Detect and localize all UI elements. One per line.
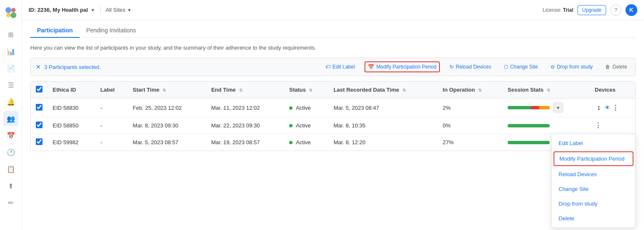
reload-devices-button[interactable]: ↻ Reload Devices (447, 62, 494, 72)
header-right: License: Trial Upgrade ? K (543, 4, 637, 16)
row1-end-time: Mar. 11, 2023 12:02 (206, 98, 284, 117)
edit-label-button[interactable]: 🏷 Edit Label (322, 62, 358, 72)
site-selector[interactable]: All Sites ▼ (106, 7, 132, 13)
sidebar-icon-users[interactable]: 👥 (3, 111, 19, 126)
sort-last-recorded-icon: ⇅ (402, 88, 406, 93)
row1-label: - (95, 98, 128, 117)
session-stats-dropdown[interactable]: ▼ (553, 103, 563, 113)
row3-end-time: Mar. 19, 2023 08:57 (206, 134, 284, 151)
avatar[interactable]: K (625, 4, 637, 16)
study-title: ID: 2236, My Health pal (29, 7, 88, 13)
help-button[interactable]: ? (610, 5, 621, 16)
study-selector[interactable]: ID: 2236, My Health pal ▼ (29, 7, 95, 13)
col-status[interactable]: Status ⇅ (284, 82, 328, 98)
tab-pending-invitations[interactable]: Pending Invitations (80, 24, 143, 38)
row3-checkbox-cell[interactable] (31, 134, 48, 151)
row2-in-operation: 0% (438, 117, 503, 134)
row1-last-recorded: Mar. 5, 2023 08:47 (328, 98, 437, 117)
upgrade-button[interactable]: Upgrade (577, 5, 606, 15)
modify-participation-period-button[interactable]: 📅 Modify Participation Period (365, 61, 440, 72)
sidebar-icon-upload[interactable]: ⬆ (3, 178, 19, 193)
progress-green (508, 124, 550, 127)
sidebar-icon-analytics[interactable]: 📊 (3, 44, 19, 59)
page-description: Here you can view the list of participan… (30, 45, 636, 51)
sidebar-icon-document[interactable]: 📄 (3, 61, 19, 76)
row3-last-recorded: Mar. 8, 12:20 (328, 134, 437, 151)
progress-green (508, 106, 531, 109)
row1-checkbox-cell[interactable] (31, 98, 48, 117)
clear-selection-button[interactable]: ✕ (36, 63, 41, 70)
sort-end-time-icon: ⇅ (239, 88, 242, 93)
sort-status-icon: ⇅ (309, 88, 312, 93)
license-text: License: Trial (543, 7, 573, 13)
tab-participation[interactable]: Participation (30, 24, 80, 38)
sidebar: ⊞ 📊 📄 ☰ 🔔 👥 📅 🕐 📋 ⬆ ✏ (0, 0, 22, 230)
view-devices-icon[interactable]: 👁 (604, 104, 610, 111)
dropdown-change-site[interactable]: Change Site (552, 182, 635, 196)
progress-bar (508, 124, 550, 127)
more-options-icon[interactable]: ⋮ (595, 122, 601, 130)
sidebar-icon-list[interactable]: ☰ (3, 77, 19, 93)
more-options-icon[interactable]: ⋮ (612, 104, 619, 112)
drop-from-study-button[interactable]: ⊖ Drop from study (548, 62, 596, 72)
table-row: EID 59982 - Mar. 5, 2023 08:57 Mar. 19, … (31, 134, 635, 151)
dropdown-modify-participation[interactable]: Modify Participation Period (554, 151, 633, 166)
app-logo[interactable] (3, 5, 19, 20)
row1-start-time: Feb. 25, 2023 12:02 (128, 98, 206, 117)
change-site-button[interactable]: ⬡ Change Site (501, 62, 541, 72)
progress-green (508, 141, 550, 144)
sidebar-icon-edit[interactable]: ✏ (3, 195, 19, 210)
col-session-stats[interactable]: Session Stats ⇅ (503, 82, 590, 98)
sidebar-icon-grid[interactable]: ⊞ (3, 27, 19, 42)
device-count: 1 (597, 105, 600, 111)
col-start-time[interactable]: Start Time ⇅ (128, 82, 206, 98)
sidebar-icon-bell[interactable]: 🔔 (3, 94, 19, 109)
reload-icon: ↻ (450, 64, 454, 70)
progress-red (531, 106, 539, 109)
row2-checkbox[interactable] (36, 122, 43, 128)
sort-session-stats-icon: ⇅ (547, 88, 550, 93)
sidebar-icon-clipboard[interactable]: 📋 (3, 161, 19, 177)
status-active-dot (289, 141, 293, 144)
dropdown-drop-from-study[interactable]: Drop from study (552, 196, 635, 211)
header-divider (100, 6, 101, 14)
select-all-checkbox[interactable] (36, 86, 43, 93)
col-end-time[interactable]: End Time ⇅ (206, 82, 284, 98)
participants-table: Ethica ID Label Start Time ⇅ End Time ⇅ (31, 82, 635, 151)
main-content: ID: 2236, My Health pal ▼ All Sites ▼ Li… (22, 0, 644, 230)
site-chevron-icon: ▼ (127, 8, 132, 13)
selection-count: 3 Participants selected. (44, 64, 101, 70)
svg-point-1 (5, 7, 11, 13)
dropdown-reload-devices[interactable]: Reload Devices (552, 167, 635, 182)
row1-checkbox[interactable] (36, 104, 43, 111)
selection-actions: 🏷 Edit Label 📅 Modify Participation Peri… (322, 61, 630, 72)
sidebar-icon-calendar[interactable]: 📅 (3, 128, 19, 143)
status-active-dot (289, 106, 293, 110)
row3-start-time: Mar. 5, 2023 08:57 (128, 134, 206, 151)
col-ethica-id: Ethica ID (48, 82, 95, 98)
col-last-recorded[interactable]: Last Recorded Data Time ⇅ (328, 82, 437, 98)
row1-in-operation: 2% (438, 98, 503, 117)
row2-status: Active (284, 117, 328, 134)
dropdown-delete[interactable]: Delete (552, 211, 635, 226)
progress-bar (508, 106, 550, 109)
row1-status: Active (284, 98, 328, 117)
sidebar-icon-history[interactable]: 🕐 (3, 145, 19, 160)
dropdown-edit-label[interactable]: Edit Label (552, 136, 635, 151)
table-header-row: Ethica ID Label Start Time ⇅ End Time ⇅ (31, 82, 635, 98)
row2-devices: ⋮ (590, 117, 635, 134)
row3-checkbox[interactable] (36, 138, 43, 145)
select-all-header[interactable] (31, 82, 48, 98)
progress-bar-container (508, 124, 585, 127)
row1-session-stats: ▼ (503, 98, 590, 117)
svg-point-4 (11, 12, 16, 18)
col-in-operation[interactable]: In Operation ⇅ (438, 82, 503, 98)
site-label: All Sites (106, 7, 125, 13)
delete-button[interactable]: 🗑 Delete (602, 62, 630, 72)
progress-bar-container: ▼ (508, 103, 585, 113)
row3-in-operation: 27% (438, 134, 503, 151)
header-left: ID: 2236, My Health pal ▼ All Sites ▼ (29, 6, 132, 14)
row2-checkbox-cell[interactable] (31, 117, 48, 134)
row2-session-stats (503, 117, 590, 134)
context-dropdown-menu: Edit Label Modify Participation Period R… (551, 134, 636, 228)
